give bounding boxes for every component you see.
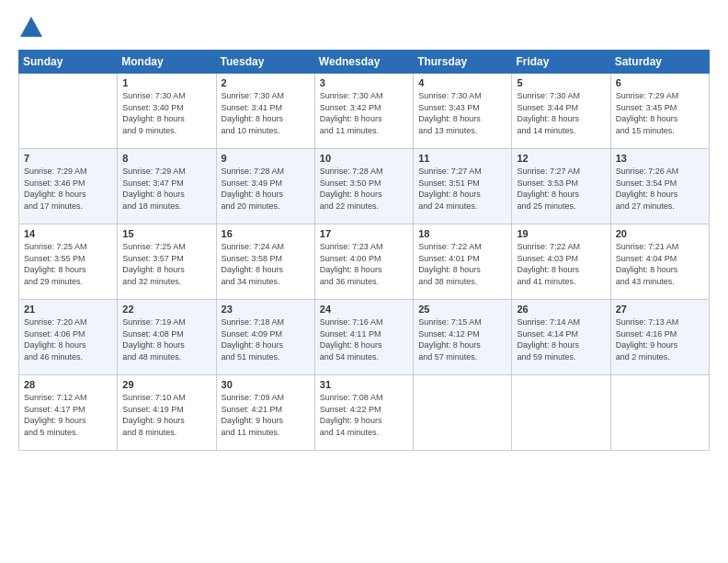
week-row-3: 14Sunrise: 7:25 AMSunset: 3:55 PMDayligh… [19,224,710,300]
day-info: Sunrise: 7:30 AMSunset: 3:44 PMDaylight:… [517,90,605,136]
day-number: 18 [418,228,506,239]
calendar-table: SundayMondayTuesdayWednesdayThursdayFrid… [18,50,710,451]
header [18,15,710,40]
day-cell [610,375,709,451]
day-info: Sunrise: 7:19 AMSunset: 4:08 PMDaylight:… [122,316,210,362]
day-cell: 27Sunrise: 7:13 AMSunset: 4:16 PMDayligh… [610,300,709,375]
day-info: Sunrise: 7:25 AMSunset: 3:55 PMDaylight:… [24,241,112,287]
day-cell: 29Sunrise: 7:10 AMSunset: 4:19 PMDayligh… [118,375,216,451]
day-info: Sunrise: 7:13 AMSunset: 4:16 PMDaylight:… [616,316,704,362]
day-number: 25 [418,304,506,315]
day-info: Sunrise: 7:28 AMSunset: 3:50 PMDaylight:… [320,166,408,212]
day-cell: 10Sunrise: 7:28 AMSunset: 3:50 PMDayligh… [314,149,413,224]
day-info: Sunrise: 7:14 AMSunset: 4:14 PMDaylight:… [517,316,605,362]
day-cell: 28Sunrise: 7:12 AMSunset: 4:17 PMDayligh… [19,375,118,451]
day-info: Sunrise: 7:08 AMSunset: 4:22 PMDaylight:… [320,392,408,438]
day-number: 14 [24,228,112,239]
day-cell: 13Sunrise: 7:26 AMSunset: 3:54 PMDayligh… [610,149,709,224]
day-info: Sunrise: 7:10 AMSunset: 4:19 PMDaylight:… [122,392,210,438]
logo-icon [18,15,44,40]
day-number: 10 [320,153,408,164]
day-cell: 16Sunrise: 7:24 AMSunset: 3:58 PMDayligh… [216,224,314,300]
day-cell: 30Sunrise: 7:09 AMSunset: 4:21 PMDayligh… [216,375,314,451]
day-number: 15 [122,228,210,239]
day-number: 5 [517,77,605,88]
day-cell: 8Sunrise: 7:29 AMSunset: 3:47 PMDaylight… [118,149,216,224]
day-number: 30 [222,379,310,390]
day-cell: 5Sunrise: 7:30 AMSunset: 3:44 PMDaylight… [512,74,610,149]
day-number: 28 [24,379,112,390]
day-number: 13 [616,153,704,164]
header-cell-thursday: Thursday [414,51,512,74]
day-info: Sunrise: 7:28 AMSunset: 3:49 PMDaylight:… [222,166,310,212]
day-info: Sunrise: 7:16 AMSunset: 4:11 PMDaylight:… [320,316,408,362]
logo [18,15,48,40]
day-number: 9 [222,153,310,164]
day-cell: 19Sunrise: 7:22 AMSunset: 4:03 PMDayligh… [512,224,610,300]
day-cell: 4Sunrise: 7:30 AMSunset: 3:43 PMDaylight… [414,74,512,149]
day-number: 21 [24,304,112,315]
day-number: 24 [320,304,408,315]
day-cell: 23Sunrise: 7:18 AMSunset: 4:09 PMDayligh… [216,300,314,375]
day-cell: 24Sunrise: 7:16 AMSunset: 4:11 PMDayligh… [314,300,413,375]
day-number: 19 [517,228,605,239]
header-cell-sunday: Sunday [19,51,118,74]
day-cell: 2Sunrise: 7:30 AMSunset: 3:41 PMDaylight… [216,74,314,149]
day-info: Sunrise: 7:29 AMSunset: 3:47 PMDaylight:… [122,166,210,212]
day-cell: 3Sunrise: 7:30 AMSunset: 3:42 PMDaylight… [314,74,413,149]
day-cell: 1Sunrise: 7:30 AMSunset: 3:40 PMDaylight… [118,74,216,149]
calendar-body: 1Sunrise: 7:30 AMSunset: 3:40 PMDaylight… [19,74,710,451]
day-info: Sunrise: 7:09 AMSunset: 4:21 PMDaylight:… [222,392,310,438]
day-number: 2 [222,77,310,88]
page: SundayMondayTuesdayWednesdayThursdayFrid… [0,0,728,563]
day-cell: 6Sunrise: 7:29 AMSunset: 3:45 PMDaylight… [610,74,709,149]
day-number: 17 [320,228,408,239]
day-info: Sunrise: 7:30 AMSunset: 3:41 PMDaylight:… [222,90,310,136]
day-cell [414,375,512,451]
day-info: Sunrise: 7:29 AMSunset: 3:46 PMDaylight:… [24,166,112,212]
day-info: Sunrise: 7:25 AMSunset: 3:57 PMDaylight:… [122,241,210,287]
day-number: 22 [122,304,210,315]
day-cell: 22Sunrise: 7:19 AMSunset: 4:08 PMDayligh… [118,300,216,375]
day-number: 27 [616,304,704,315]
svg-marker-1 [22,20,40,35]
day-info: Sunrise: 7:30 AMSunset: 3:40 PMDaylight:… [122,90,210,136]
day-number: 20 [616,228,704,239]
day-info: Sunrise: 7:12 AMSunset: 4:17 PMDaylight:… [24,392,112,438]
day-number: 6 [616,77,704,88]
day-info: Sunrise: 7:24 AMSunset: 3:58 PMDaylight:… [222,241,310,287]
day-cell: 31Sunrise: 7:08 AMSunset: 4:22 PMDayligh… [314,375,413,451]
day-cell: 9Sunrise: 7:28 AMSunset: 3:49 PMDaylight… [216,149,314,224]
day-number: 31 [320,379,408,390]
day-info: Sunrise: 7:26 AMSunset: 3:54 PMDaylight:… [616,166,704,212]
day-info: Sunrise: 7:21 AMSunset: 4:04 PMDaylight:… [616,241,704,287]
week-row-2: 7Sunrise: 7:29 AMSunset: 3:46 PMDaylight… [19,149,710,224]
day-info: Sunrise: 7:15 AMSunset: 4:12 PMDaylight:… [418,316,506,362]
day-info: Sunrise: 7:27 AMSunset: 3:53 PMDaylight:… [517,166,605,212]
day-number: 23 [222,304,310,315]
day-number: 12 [517,153,605,164]
day-number: 3 [320,77,408,88]
day-cell: 14Sunrise: 7:25 AMSunset: 3:55 PMDayligh… [19,224,118,300]
day-cell [19,74,118,149]
header-row: SundayMondayTuesdayWednesdayThursdayFrid… [19,51,710,74]
day-cell: 17Sunrise: 7:23 AMSunset: 4:00 PMDayligh… [314,224,413,300]
day-cell: 20Sunrise: 7:21 AMSunset: 4:04 PMDayligh… [610,224,709,300]
header-cell-wednesday: Wednesday [314,51,413,74]
day-info: Sunrise: 7:29 AMSunset: 3:45 PMDaylight:… [616,90,704,136]
week-row-4: 21Sunrise: 7:20 AMSunset: 4:06 PMDayligh… [19,300,710,375]
header-cell-friday: Friday [512,51,610,74]
header-cell-monday: Monday [118,51,216,74]
calendar-header: SundayMondayTuesdayWednesdayThursdayFrid… [19,51,710,74]
day-cell: 11Sunrise: 7:27 AMSunset: 3:51 PMDayligh… [414,149,512,224]
day-cell: 15Sunrise: 7:25 AMSunset: 3:57 PMDayligh… [118,224,216,300]
day-info: Sunrise: 7:30 AMSunset: 3:43 PMDaylight:… [418,90,506,136]
day-number: 26 [517,304,605,315]
day-number: 1 [122,77,210,88]
day-cell: 21Sunrise: 7:20 AMSunset: 4:06 PMDayligh… [19,300,118,375]
header-cell-saturday: Saturday [610,51,709,74]
day-info: Sunrise: 7:23 AMSunset: 4:00 PMDaylight:… [320,241,408,287]
day-number: 29 [122,379,210,390]
day-number: 7 [24,153,112,164]
day-cell: 12Sunrise: 7:27 AMSunset: 3:53 PMDayligh… [512,149,610,224]
